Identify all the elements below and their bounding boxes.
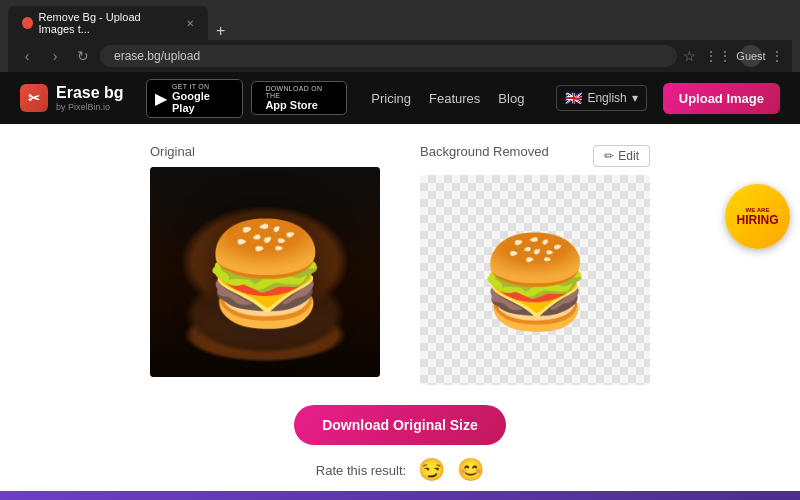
pricing-link[interactable]: Pricing bbox=[371, 91, 411, 106]
reload-button[interactable]: ↻ bbox=[72, 45, 94, 67]
app-nav: ✂ Erase bg by PixelBin.io ▶ GET IT ON Go… bbox=[0, 72, 800, 124]
tab-close-icon[interactable]: ✕ bbox=[186, 18, 194, 29]
original-label: Original bbox=[150, 144, 195, 159]
nav-links: Pricing Features Blog bbox=[371, 91, 524, 106]
bg-removed-image: 🍔 bbox=[420, 175, 650, 385]
lang-selector[interactable]: 🇬🇧 English ▾ bbox=[556, 85, 646, 111]
logo-icon: ✂ bbox=[20, 84, 48, 112]
grid-icon[interactable]: ⋮⋮ bbox=[704, 48, 732, 64]
lang-label: English bbox=[587, 91, 626, 105]
rate-label: Rate this result: bbox=[316, 463, 406, 478]
bg-removed-panel: Background Removed ✏ Edit 🍔 bbox=[420, 144, 650, 385]
hiring-main-text: HIRING bbox=[737, 213, 779, 227]
chevron-down-icon: ▾ bbox=[632, 91, 638, 105]
rating-negative-emoji[interactable]: 😏 bbox=[418, 457, 445, 483]
original-panel: Original bbox=[150, 144, 380, 377]
logo-sub: by PixelBin.io bbox=[56, 102, 124, 112]
store-badges: ▶ GET IT ON Google Play Download on the … bbox=[146, 79, 347, 118]
address-bar[interactable] bbox=[100, 45, 677, 67]
browser-toolbar: ‹ › ↻ ☆ ⋮⋮ Guest ⋮ bbox=[8, 40, 792, 72]
browser-chrome: Remove Bg - Upload Images t... ✕ + ‹ › ↻… bbox=[0, 0, 800, 72]
tab-favicon bbox=[22, 17, 33, 29]
google-play-top: GET IT ON bbox=[172, 83, 234, 90]
menu-icon[interactable]: ⋮ bbox=[770, 48, 784, 64]
main-area: We are HIRING Original Background Remove… bbox=[0, 124, 800, 500]
app-store-top: Download on the bbox=[265, 85, 338, 99]
app-store-text: Download on the App Store bbox=[265, 85, 338, 111]
bg-removed-label: Background Removed bbox=[420, 144, 549, 159]
google-play-badge[interactable]: ▶ GET IT ON Google Play bbox=[146, 79, 243, 118]
original-image bbox=[150, 167, 380, 377]
rating-row: Rate this result: 😏 😊 bbox=[316, 457, 484, 483]
new-tab-button[interactable]: + bbox=[210, 22, 231, 40]
images-row: Original Background Removed ✏ Edit 🍔 bbox=[30, 144, 770, 385]
pencil-icon: ✏ bbox=[604, 149, 614, 163]
download-section: Download Original Size Rate this result:… bbox=[30, 405, 770, 483]
hiring-badge[interactable]: We are HIRING bbox=[725, 184, 790, 249]
tab-title: Remove Bg - Upload Images t... bbox=[39, 11, 176, 35]
google-play-icon: ▶ bbox=[155, 89, 167, 108]
logo-main: Erase bg bbox=[56, 84, 124, 102]
active-tab[interactable]: Remove Bg - Upload Images t... ✕ bbox=[8, 6, 208, 40]
bulk-banner[interactable]: ⚡ Want to Remove Background from Images … bbox=[0, 491, 800, 500]
logo-area: ✂ Erase bg by PixelBin.io bbox=[20, 84, 130, 112]
toolbar-actions: ☆ ⋮⋮ Guest ⋮ bbox=[683, 45, 784, 67]
google-play-text: GET IT ON Google Play bbox=[172, 83, 234, 114]
app-content: ✂ Erase bg by PixelBin.io ▶ GET IT ON Go… bbox=[0, 72, 800, 500]
forward-button[interactable]: › bbox=[44, 45, 66, 67]
browser-tabs: Remove Bg - Upload Images t... ✕ + bbox=[8, 6, 792, 40]
app-store-main: App Store bbox=[265, 99, 338, 111]
google-play-main: Google Play bbox=[172, 90, 234, 114]
upload-image-button[interactable]: Upload Image bbox=[663, 83, 780, 114]
logo-text: Erase bg by PixelBin.io bbox=[56, 84, 124, 112]
profile-button[interactable]: Guest bbox=[740, 45, 762, 67]
app-store-badge[interactable]: Download on the App Store bbox=[251, 81, 347, 115]
edit-button[interactable]: ✏ Edit bbox=[593, 145, 650, 167]
flag-icon: 🇬🇧 bbox=[565, 90, 582, 106]
back-button[interactable]: ‹ bbox=[16, 45, 38, 67]
burger-transparent-image: 🍔 bbox=[479, 230, 591, 335]
download-button[interactable]: Download Original Size bbox=[294, 405, 506, 445]
features-link[interactable]: Features bbox=[429, 91, 480, 106]
bg-removed-header: Background Removed ✏ Edit bbox=[420, 144, 650, 167]
blog-link[interactable]: Blog bbox=[498, 91, 524, 106]
burger-dark-image bbox=[150, 167, 380, 377]
bookmark-icon[interactable]: ☆ bbox=[683, 48, 696, 64]
rating-positive-emoji[interactable]: 😊 bbox=[457, 457, 484, 483]
